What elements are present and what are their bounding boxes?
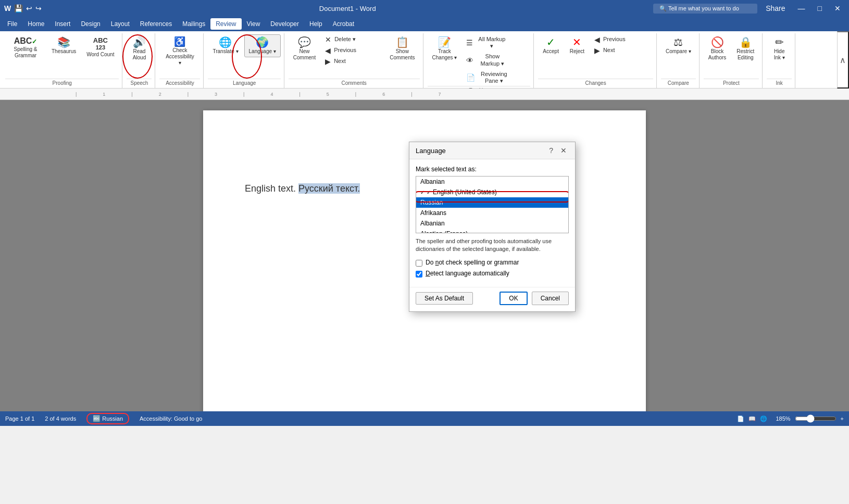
- show-markup-button[interactable]: 👁 Show Markup ▾: [463, 52, 530, 68]
- restrict-editing-label: RestrictEditing: [736, 48, 754, 61]
- compare-label: Compare ▾: [666, 48, 691, 55]
- accept-button[interactable]: ✓ Accept: [538, 34, 564, 57]
- show-comments-button[interactable]: 📋 ShowComments: [385, 34, 419, 64]
- translate-button[interactable]: 🌐 Translate ▾: [208, 34, 243, 57]
- dialog-help-button[interactable]: ?: [547, 146, 555, 155]
- set-as-default-button[interactable]: Set As Default: [416, 292, 473, 305]
- check-accessibility-label: CheckAccessibility ▾: [164, 47, 195, 66]
- zoom-in-button[interactable]: +: [841, 415, 844, 422]
- accept-icon: ✓: [546, 37, 555, 47]
- prev-comment-button[interactable]: ◀ Previous: [321, 45, 384, 56]
- language-listbox[interactable]: Albanian ✓ English (United States) Russi…: [416, 176, 569, 233]
- ribbon-group-tracking: 📝 TrackChanges ▾ ☰ All Markup ▾ 👁 Show M…: [424, 33, 534, 88]
- no-spell-check-label: Do not check spelling or grammar: [426, 259, 519, 266]
- thesaurus-icon: 📚: [57, 37, 70, 47]
- language-button[interactable]: 🌍 Language ▾: [244, 34, 281, 57]
- hide-ink-button[interactable]: ✏ HideInk ▾: [767, 34, 792, 64]
- minimize-button[interactable]: —: [794, 2, 809, 15]
- menu-acrobat[interactable]: Acrobat: [328, 18, 359, 30]
- spelling-grammar-button[interactable]: ABC✓ Spelling & Grammar: [5, 34, 46, 61]
- menu-design[interactable]: Design: [76, 18, 105, 30]
- cancel-button[interactable]: Cancel: [532, 292, 569, 305]
- menu-layout[interactable]: Layout: [106, 18, 135, 30]
- english-text: English text.: [245, 183, 298, 194]
- new-comment-icon: 💬: [298, 37, 311, 47]
- web-view-btn[interactable]: 🌐: [760, 415, 767, 422]
- accessibility-status: Accessibility: Good to go: [140, 415, 202, 422]
- all-markup-button[interactable]: ☰ All Markup ▾: [463, 34, 530, 51]
- prev-change-button[interactable]: ◀ Previous: [591, 34, 653, 45]
- ribbon-group-ink: ✏ HideInk ▾ Ink: [764, 33, 795, 88]
- delete-comment-button[interactable]: ✕ Delete ▾: [321, 34, 384, 45]
- next-comment-button[interactable]: ▶ Next: [321, 56, 384, 67]
- dialog-body: Mark selected text as: Albanian ✓ Englis…: [409, 159, 575, 287]
- translate-icon: 🌐: [219, 37, 232, 47]
- reject-button[interactable]: ✕ Reject: [565, 34, 590, 57]
- next-change-button[interactable]: ▶ Next: [591, 45, 653, 56]
- ribbon-group-accessibility: ♿ CheckAccessibility ▾ Accessibility: [156, 33, 204, 88]
- reviewing-pane-button[interactable]: 📄 Reviewing Pane ▾: [463, 69, 530, 86]
- menu-review[interactable]: Review: [210, 18, 241, 30]
- reviewing-pane-icon: 📄: [466, 74, 475, 81]
- hide-ink-label: HideInk ▾: [774, 48, 785, 61]
- check-accessibility-button[interactable]: ♿ CheckAccessibility ▾: [159, 34, 200, 69]
- language-dialog: Language ? ✕ Mark selected text as: Alba…: [409, 142, 576, 312]
- menu-mailings[interactable]: Mailings: [177, 18, 210, 30]
- quick-access-redo[interactable]: ↪: [35, 4, 42, 12]
- delete-icon: ✕: [325, 36, 331, 43]
- close-button[interactable]: ✕: [830, 2, 845, 15]
- word-count-button[interactable]: ABC123 Word Count: [82, 34, 119, 60]
- restrict-editing-button[interactable]: 🔒 RestrictEditing: [732, 34, 759, 64]
- block-authors-button[interactable]: 🚫 BlockAuthors: [704, 34, 731, 64]
- menu-insert[interactable]: Insert: [49, 18, 76, 30]
- lang-item-english[interactable]: ✓ English (United States): [416, 187, 568, 197]
- ribbon-group-speech: 🔊 ReadAloud Speech: [123, 33, 155, 88]
- lang-item-afrikaans[interactable]: Afrikaans: [416, 208, 568, 218]
- quick-access-undo[interactable]: ↩: [26, 4, 32, 12]
- protect-group-label: Protect: [704, 79, 759, 88]
- lang-item-albanian-top[interactable]: Albanian: [416, 177, 568, 187]
- language-label: Language ▾: [249, 48, 276, 55]
- lang-item-russian[interactable]: Russian: [416, 197, 568, 208]
- thesaurus-label: Thesaurus: [52, 48, 76, 55]
- no-spell-check-checkbox[interactable]: [416, 260, 422, 267]
- lang-item-albanian[interactable]: Albanian: [416, 218, 568, 229]
- menu-file[interactable]: File: [2, 18, 22, 30]
- ribbon-collapse-button[interactable]: ∧: [837, 31, 849, 89]
- menu-references[interactable]: References: [135, 18, 177, 30]
- maximize-button[interactable]: □: [814, 2, 826, 15]
- quick-access-save[interactable]: 💾: [14, 4, 23, 12]
- block-authors-label: BlockAuthors: [708, 48, 726, 61]
- language-status-button[interactable]: 🔤 Russian: [86, 413, 129, 424]
- search-bar[interactable]: 🔍 Tell me what you want to do: [653, 4, 757, 14]
- hide-ink-icon: ✏: [775, 37, 784, 47]
- dialog-close-button[interactable]: ✕: [558, 146, 569, 155]
- dialog-title: Language: [416, 147, 446, 155]
- dialog-titlebar: Language ? ✕: [409, 142, 575, 159]
- word-count-icon: ABC123: [93, 37, 108, 51]
- accessibility-group-label: Accessibility: [159, 79, 200, 88]
- ribbon-group-comments: 💬 NewComment ✕ Delete ▾ ◀ Previous ▶ Nex…: [285, 33, 423, 88]
- menu-home[interactable]: Home: [22, 18, 49, 30]
- new-comment-button[interactable]: 💬 NewComment: [289, 34, 320, 64]
- thesaurus-button[interactable]: 📚 Thesaurus: [47, 34, 81, 57]
- zoom-slider[interactable]: [795, 414, 836, 423]
- track-changes-button[interactable]: 📝 TrackChanges ▾: [428, 34, 462, 64]
- ok-button[interactable]: OK: [500, 292, 527, 305]
- lang-item-alsatian[interactable]: Alsatian (France): [416, 229, 568, 233]
- menu-developer[interactable]: Developer: [265, 18, 304, 30]
- spell-check-icon: 🔤: [93, 415, 101, 422]
- status-bar: Page 1 of 1 2 of 4 words 🔤 Russian Acces…: [0, 411, 849, 426]
- layout-view-btn[interactable]: 📄: [737, 415, 744, 422]
- ribbon-group-protect: 🚫 BlockAuthors 🔒 RestrictEditing Protect: [701, 33, 763, 88]
- check-mark: ✓: [427, 190, 431, 195]
- detect-language-checkbox[interactable]: [416, 271, 422, 278]
- menu-help[interactable]: Help: [304, 18, 328, 30]
- menu-view[interactable]: View: [242, 18, 266, 30]
- read-aloud-button[interactable]: 🔊 ReadAloud: [127, 34, 152, 64]
- share-button[interactable]: Share: [761, 2, 789, 15]
- block-authors-icon: 🚫: [711, 37, 724, 47]
- read-view-btn[interactable]: 📖: [748, 415, 756, 422]
- track-changes-label: TrackChanges ▾: [432, 48, 457, 61]
- compare-button[interactable]: ⚖ Compare ▾: [661, 34, 696, 57]
